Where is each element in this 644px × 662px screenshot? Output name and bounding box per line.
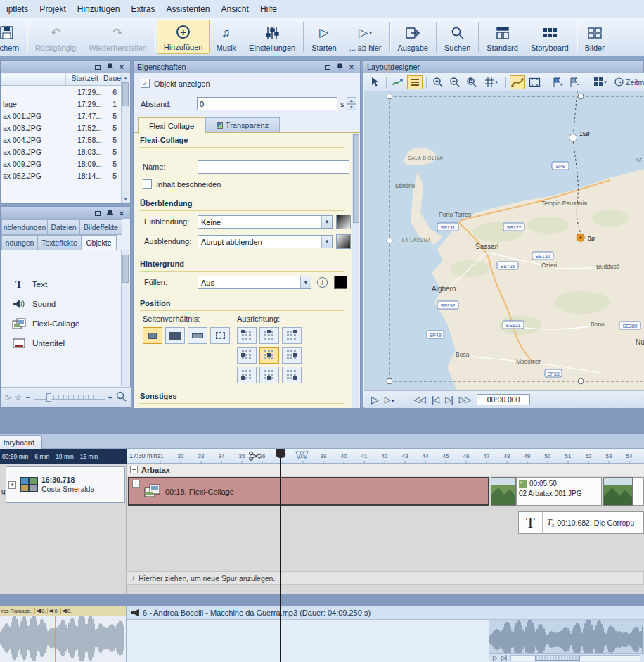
select-pointer-icon[interactable]: [367, 75, 382, 89]
selection-handle[interactable]: [387, 378, 392, 384]
camera-path-node[interactable]: [569, 134, 577, 142]
camera-frame-icon[interactable]: [527, 75, 542, 89]
name-input[interactable]: [198, 160, 349, 174]
scrollbar-thumb[interactable]: [122, 255, 129, 283]
file-row[interactable]: ax 001.JPG17:47...5: [1, 110, 122, 122]
thumbnail-size-slider[interactable]: [34, 395, 105, 400]
align-button-4[interactable]: [259, 347, 279, 364]
scissors-icon[interactable]: [249, 451, 262, 462]
chevron-down-icon[interactable]: ▼: [321, 236, 332, 248]
zoom-plus-icon[interactable]: +: [108, 393, 112, 402]
scroll-up-icon[interactable]: ▲: [122, 74, 129, 82]
standard-view-button[interactable]: Standard: [480, 20, 524, 54]
close-icon[interactable]: ×: [117, 209, 127, 218]
play-from-icon[interactable]: ▷ ▾: [385, 395, 394, 404]
storyboard-view-button[interactable]: Storyboard: [524, 20, 575, 54]
ausblendung-preview-button[interactable]: [336, 234, 351, 249]
next-frame-icon[interactable]: ▷|: [445, 395, 452, 404]
track-group-header[interactable]: − Arbatax: [127, 464, 644, 476]
tab-bildeffekte[interactable]: Bildeffekte: [80, 219, 122, 235]
restore-panel-icon[interactable]: [93, 63, 103, 72]
audio-mini-clip[interactable]: 0.: [60, 608, 72, 614]
tab-dateien[interactable]: Dateien: [48, 219, 80, 235]
file-row[interactable]: lage17:29...1: [1, 98, 122, 110]
range-marker-icon[interactable]: [295, 451, 309, 460]
new-track-dropzone[interactable]: ↓ Hierher ziehen, um neue Spur anzulegen…: [127, 571, 644, 585]
add-button[interactable]: + Hinzufügen: [157, 20, 210, 54]
inhalt-beschneiden-checkbox[interactable]: [143, 179, 152, 189]
preview-icon[interactable]: ▷: [6, 393, 11, 401]
image-clip-info[interactable]: [633, 477, 644, 506]
pin-icon[interactable]: [335, 63, 344, 72]
save-button[interactable]: eichern: [0, 20, 25, 54]
media-list-header[interactable]: Startzeit Daue: [1, 74, 122, 86]
aspect-fill-button[interactable]: [165, 327, 185, 344]
playhead-handle[interactable]: [276, 449, 285, 458]
image-clip-thumbnail[interactable]: [603, 477, 633, 506]
audio-mini-clip[interactable]: 0.: [47, 608, 58, 614]
scrollbar-thumb[interactable]: [353, 134, 359, 223]
zoom-fit-icon[interactable]: [464, 75, 479, 89]
file-row[interactable]: 17:29...6: [1, 86, 122, 98]
menu-item-hinzufgen[interactable]: Hinzufügen: [72, 1, 126, 17]
object-item-flexi-collage[interactable]: Flexi-Collage: [1, 314, 122, 333]
align-button-8[interactable]: [282, 367, 302, 383]
audio-track-body[interactable]: [127, 620, 489, 662]
skip-forward-icon[interactable]: ▷▷: [459, 395, 470, 404]
einblendung-select[interactable]: Keine ▼: [198, 215, 333, 229]
media-list-scrollbar[interactable]: ▲ ▼: [121, 74, 129, 203]
search-button[interactable]: Suchen: [438, 20, 477, 54]
camera-target-marker[interactable]: [577, 234, 586, 243]
layoutdesigner-titlebar[interactable]: Layoutdesigner: [363, 61, 643, 73]
tab-objekte[interactable]: Objekte: [82, 235, 117, 250]
slider-thumb[interactable]: [46, 393, 51, 402]
chevron-down-icon[interactable]: ▼: [321, 216, 332, 228]
skip-back-icon[interactable]: ◁◁: [413, 395, 425, 404]
scrollbar-thumb[interactable]: [122, 82, 129, 106]
menu-item-projekt[interactable]: Projekt: [34, 1, 71, 17]
text-clip[interactable]: T Tx 00:10.682, Die Gorropu: [518, 511, 644, 534]
align-button-3[interactable]: [237, 347, 257, 364]
object-item-untertitel[interactable]: Untertitel: [1, 333, 122, 353]
zeitmarken-button[interactable]: Zeitmark: [612, 75, 644, 89]
close-icon[interactable]: ×: [347, 63, 356, 72]
music-button[interactable]: ♫ Musik: [210, 20, 243, 54]
ausblendung-select[interactable]: Abrupt abblenden ▼: [198, 235, 333, 248]
close-icon[interactable]: ×: [117, 63, 127, 72]
selection-handle[interactable]: [578, 94, 584, 99]
settings-button[interactable]: Einstellungen: [243, 20, 302, 54]
chevron-down-icon[interactable]: ▼: [300, 276, 311, 288]
redo-button[interactable]: ↷ Wiederherstellen: [82, 20, 153, 54]
tab-texteffekte[interactable]: Texteffekte: [38, 235, 82, 250]
einblendung-preview-button[interactable]: [336, 215, 351, 229]
start-playback-button[interactable]: ▷ Starten: [305, 20, 342, 54]
skip-end-icon[interactable]: ▷|: [501, 655, 506, 661]
selection-handle[interactable]: [578, 378, 584, 384]
selection-handle[interactable]: [387, 94, 392, 99]
tab-ndungen[interactable]: ndungen: [1, 235, 38, 250]
properties-scrollbar[interactable]: [352, 133, 359, 408]
object-item-sound[interactable]: Sound: [1, 294, 122, 314]
abstand-input[interactable]: 0: [197, 97, 337, 110]
align-button-2[interactable]: [282, 327, 302, 344]
object-list-scrollbar[interactable]: [121, 250, 129, 386]
timeline-ruler[interactable]: 00:59 min 6 min 10 min 15 min 17:30 min …: [0, 449, 644, 464]
prev-frame-icon[interactable]: |◁: [432, 395, 439, 404]
undo-button[interactable]: ↶ Rückgängig: [29, 20, 82, 54]
menu-item-hilfe[interactable]: Hilfe: [255, 1, 283, 17]
toolbox-titlebar[interactable]: ×: [1, 207, 130, 219]
tab-storyboard[interactable]: toryboard: [0, 435, 42, 449]
audio-mini-clip[interactable]: 0.: [34, 608, 46, 614]
file-row[interactable]: ax 008.JPG18:03...5: [1, 146, 122, 158]
restore-panel-icon[interactable]: [93, 209, 103, 218]
object-list-icon[interactable]: [407, 75, 423, 89]
object-item-text[interactable]: T Text: [1, 274, 122, 294]
keyframe-add-icon[interactable]: +: [550, 75, 565, 89]
show-object-checkbox[interactable]: ✓: [141, 79, 150, 88]
aspect-custom-button[interactable]: [210, 327, 230, 344]
audio-track-header[interactable]: 6 - Andrea Bocelli - Macchine da Guerra.…: [127, 606, 644, 620]
scrollbar-thumb[interactable]: [535, 656, 580, 661]
tab-nblendungen[interactable]: nblendungen: [1, 219, 48, 235]
playhead-line[interactable]: [280, 449, 281, 662]
background-color-swatch[interactable]: [334, 276, 347, 289]
